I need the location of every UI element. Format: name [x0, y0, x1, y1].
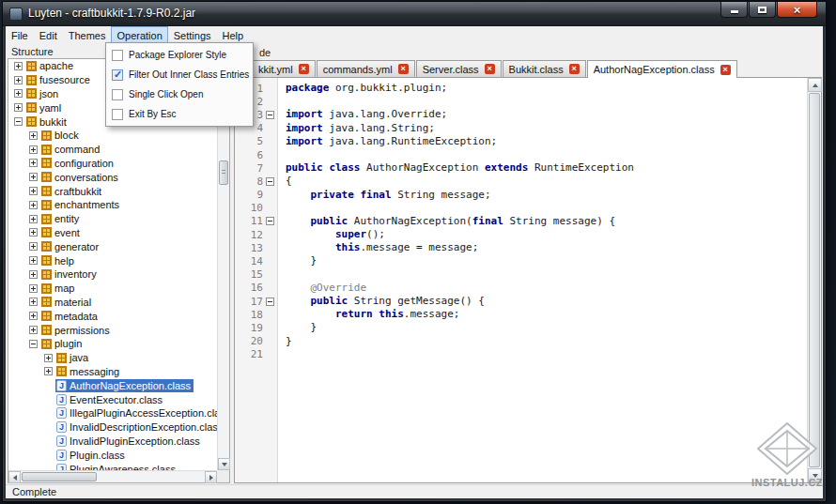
- tree-item-entity[interactable]: entity: [8, 212, 217, 226]
- expand-icon[interactable]: [29, 201, 38, 209]
- menu-themes[interactable]: Themes: [63, 26, 112, 44]
- expand-icon[interactable]: [44, 367, 53, 375]
- tree-item-enchantments[interactable]: enchantments: [8, 198, 217, 212]
- fold-collapse-icon[interactable]: [266, 177, 274, 186]
- tree-item-map[interactable]: map: [8, 282, 217, 296]
- code-editor[interactable]: 123456789101112131415161718192021 packag…: [234, 78, 822, 483]
- line-number: 21: [251, 348, 263, 360]
- minimize-button[interactable]: [720, 2, 748, 18]
- expand-icon[interactable]: [29, 187, 38, 195]
- expand-icon[interactable]: [29, 270, 38, 279]
- tab-commands-yml[interactable]: commands.yml: [317, 60, 415, 77]
- package-icon: [41, 145, 52, 155]
- tree-item-illegalpluginaccessexception-class[interactable]: JIllegalPluginAccessException.class: [8, 406, 217, 420]
- tree-item-configuration[interactable]: configuration: [8, 157, 217, 171]
- expand-icon[interactable]: [14, 103, 23, 112]
- expand-icon[interactable]: [29, 228, 38, 237]
- tab-close-icon[interactable]: [485, 64, 495, 74]
- tree-item-eventexecutor-class[interactable]: JEventExecutor.class: [8, 392, 217, 406]
- package-icon: [41, 227, 52, 237]
- tree-item-command[interactable]: command: [8, 143, 217, 157]
- close-button[interactable]: ×: [777, 2, 817, 18]
- collapse-icon[interactable]: [29, 340, 38, 348]
- fold-collapse-icon[interactable]: [266, 217, 274, 225]
- tab-close-icon[interactable]: [569, 64, 580, 74]
- expand-icon[interactable]: [14, 62, 23, 70]
- tree-item-label: craftbukkit: [54, 186, 101, 197]
- code-line: package org.bukkit.plugin;: [286, 82, 807, 95]
- checkbox-checked-icon: [112, 69, 123, 81]
- menu-edit[interactable]: Edit: [34, 26, 63, 44]
- collapse-icon[interactable]: [14, 117, 23, 126]
- scroll-left-button[interactable]: [8, 471, 21, 483]
- expand-icon[interactable]: [29, 298, 38, 306]
- menu-item-exit-by-esc[interactable]: Exit By Esc: [106, 104, 253, 124]
- fold-collapse-icon[interactable]: [266, 298, 274, 306]
- tree-item-plugin[interactable]: plugin: [8, 337, 217, 351]
- tree-item-metadata[interactable]: metadata: [8, 309, 217, 323]
- tree-item-messaging[interactable]: messaging: [8, 365, 217, 379]
- package-icon: [41, 297, 52, 307]
- tree-scrollbar-thumb[interactable]: [219, 160, 228, 185]
- editor-scrollbar-thumb[interactable]: [809, 93, 820, 467]
- tab-server-class[interactable]: Server.class: [416, 60, 502, 77]
- expand-icon[interactable]: [44, 354, 53, 362]
- tab-close-icon[interactable]: [299, 64, 309, 74]
- tree-scrollbar-hthumb[interactable]: [22, 472, 97, 481]
- line-number: 3: [256, 109, 263, 121]
- expand-icon[interactable]: [14, 89, 23, 98]
- expand-icon[interactable]: [14, 76, 23, 84]
- tree-item-generator[interactable]: generator: [8, 239, 217, 253]
- tree-item-label: InvalidPluginException.class: [70, 435, 200, 447]
- fold-collapse-icon[interactable]: [266, 111, 274, 119]
- menu-item-filter-out-inner-class-entries[interactable]: Filter Out Inner Class Entries: [106, 65, 253, 84]
- expand-icon[interactable]: [29, 326, 38, 334]
- expand-icon[interactable]: [29, 284, 38, 293]
- tree-item-block[interactable]: block: [8, 129, 217, 143]
- code-line: [286, 348, 807, 361]
- tree-item-craftbukkit[interactable]: craftbukkit: [8, 184, 217, 198]
- tab-bukkit-class[interactable]: Bukkit.class: [503, 60, 586, 77]
- package-icon: [41, 241, 52, 252]
- tree-item-event[interactable]: event: [8, 226, 217, 240]
- tree-horizontal-scrollbar[interactable]: [8, 470, 217, 482]
- tab-close-icon[interactable]: [720, 65, 731, 75]
- tab-label: commands.yml: [323, 64, 393, 75]
- maximize-button[interactable]: [749, 2, 776, 18]
- tab-authornagexception-class[interactable]: AuthorNagException.class: [587, 60, 737, 78]
- expand-icon[interactable]: [29, 173, 38, 181]
- tree-item-material[interactable]: material: [8, 296, 217, 310]
- code-line: @Override: [286, 282, 807, 295]
- titlebar[interactable]: Luyten - craftbukkit-1.7.9-R0.2.jar ×: [3, 2, 826, 26]
- expand-icon[interactable]: [29, 215, 38, 223]
- tree-item-pluginawareness-class[interactable]: JPluginAwareness.class: [8, 462, 217, 470]
- expand-icon[interactable]: [29, 145, 38, 154]
- tab-close-icon[interactable]: [398, 64, 409, 74]
- menu-item-single-click-open[interactable]: Single Click Open: [106, 84, 253, 104]
- menu-file[interactable]: File: [6, 26, 34, 44]
- tree-item-invaliddescriptionexception-class[interactable]: JInvalidDescriptionException.class: [8, 420, 217, 435]
- scroll-up-button[interactable]: [808, 78, 822, 92]
- tree-item-invalidpluginexception-class[interactable]: JInvalidPluginException.class: [8, 435, 217, 449]
- tree-item-conversations[interactable]: conversations: [8, 170, 217, 184]
- expand-icon[interactable]: [29, 242, 38, 251]
- scroll-right-button[interactable]: [205, 471, 217, 483]
- arrow-right-icon: [209, 475, 213, 481]
- code-line: private final String message;: [286, 189, 807, 202]
- menu-item-package-explorer-style[interactable]: Package Explorer Style: [106, 45, 253, 65]
- tree-item-help[interactable]: help: [8, 253, 217, 267]
- expand-icon[interactable]: [29, 256, 38, 265]
- tree-item-java[interactable]: java: [8, 351, 217, 365]
- tree-item-permissions[interactable]: permissions: [8, 323, 217, 337]
- package-icon: [26, 75, 37, 85]
- expand-icon[interactable]: [29, 159, 38, 167]
- expand-icon[interactable]: [29, 131, 38, 140]
- tree-item-label: enchantments: [54, 199, 119, 210]
- tree-item-authornagexception-class[interactable]: JAuthorNagException.class: [8, 378, 217, 392]
- code-line: [286, 95, 807, 108]
- expand-icon[interactable]: [29, 312, 38, 320]
- tree-item-label: EventExecutor.class: [70, 394, 163, 405]
- tree-item-inventory[interactable]: inventory: [8, 267, 217, 282]
- tree-item-plugin-class[interactable]: JPlugin.class: [8, 448, 217, 462]
- scroll-down-button[interactable]: [218, 458, 230, 470]
